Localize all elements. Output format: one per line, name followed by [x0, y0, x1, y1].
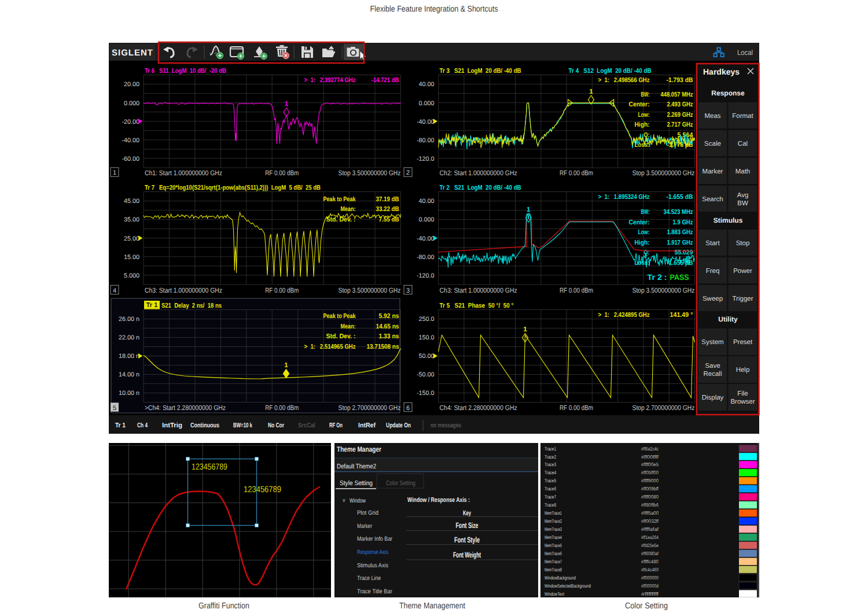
- svg-text:Trace4: Trace4: [545, 470, 556, 475]
- svg-text:Preset: Preset: [733, 339, 753, 346]
- svg-text:-150.0: -150.0: [417, 390, 435, 397]
- svg-text:Marker: Marker: [357, 523, 372, 530]
- svg-text:-50.00: -50.00: [417, 371, 435, 378]
- svg-text:Stop: Stop: [736, 240, 750, 247]
- svg-text:Format: Format: [732, 113, 753, 120]
- svg-text:Ch3: Start 1.000000000 GHz: Ch3: Start 1.000000000 GHz: [145, 286, 222, 294]
- svg-text:Trace6: Trace6: [545, 486, 556, 492]
- svg-text:#ffff0080: #ffff0080: [641, 494, 659, 500]
- svg-text:S21 Delay 2 ns/ 18 ns: S21 Delay 2 ns/ 18 ns: [161, 302, 222, 309]
- svg-text:Graffiti Function: Graffiti Function: [198, 601, 249, 611]
- svg-text:Stop 3.500000000 GHz: Stop 3.500000000 GHz: [632, 169, 695, 177]
- svg-text:1: 1: [285, 101, 289, 108]
- svg-text:Peak to Peak: Peak to Peak: [323, 196, 356, 203]
- svg-text:250.0: 250.0: [419, 316, 435, 323]
- svg-text:50.00: 50.00: [419, 353, 435, 360]
- svg-text:Stimulus Axis: Stimulus Axis: [357, 562, 388, 569]
- svg-text:Marker: Marker: [703, 168, 723, 175]
- svg-text:Power: Power: [733, 268, 752, 275]
- svg-text:MemTrace3: MemTrace3: [545, 526, 562, 532]
- svg-text:#ff000000: #ff000000: [641, 575, 659, 581]
- svg-text:MemTrace6: MemTrace6: [545, 551, 562, 556]
- svg-text:-1.655 dB: -1.655 dB: [667, 194, 693, 201]
- svg-text:Hardkeys: Hardkeys: [703, 67, 740, 76]
- svg-text:7.55 dB: 7.55 dB: [379, 216, 399, 223]
- svg-text:Tr 7 Eq=20*log10(S21/sqrt(1-: Tr 7 Eq=20*log10(S21/sqrt(1-pow(abs(S11)…: [145, 184, 321, 191]
- svg-text:14.00 n: 14.00 n: [119, 371, 139, 378]
- svg-text:SIGLENT: SIGLENT: [112, 48, 153, 58]
- svg-text:BW: BW: [737, 200, 748, 207]
- svg-text:0.000: 0.000: [419, 100, 435, 107]
- svg-text:6: 6: [406, 405, 410, 412]
- svg-text:Plot Grid: Plot Grid: [357, 509, 378, 516]
- svg-text:Stop 3.500000000 GHz: Stop 3.500000000 GHz: [339, 286, 401, 294]
- svg-text:BW:: BW:: [641, 91, 650, 98]
- svg-text:3: 3: [406, 287, 410, 294]
- svg-text:> 1: 2.424895 GHz: > 1: 2.424895 GHz: [598, 312, 650, 319]
- svg-text:SrcCal: SrcCal: [298, 422, 315, 429]
- svg-text:Tr 2 :: Tr 2 :: [648, 273, 667, 282]
- svg-text:Mean:: Mean:: [341, 323, 356, 330]
- svg-text:#ff6a2c4c: #ff6a2c4c: [641, 446, 659, 452]
- svg-text:Low:: Low:: [638, 229, 650, 236]
- svg-text:Font Size: Font Size: [456, 521, 479, 530]
- svg-text:150.0: 150.0: [419, 334, 435, 341]
- svg-text:#ffff5a00: #ffff5a00: [641, 510, 659, 516]
- svg-text:Stop 2.700000000 GHz: Stop 2.700000000 GHz: [632, 404, 695, 412]
- svg-text:#ffd25e5e: #ffd25e5e: [641, 542, 659, 548]
- svg-text:Stop 3.500000000 GHz: Stop 3.500000000 GHz: [632, 286, 695, 294]
- svg-text:Continuous: Continuous: [190, 422, 219, 429]
- svg-text:Freq: Freq: [706, 268, 720, 275]
- svg-text:40.00: 40.00: [419, 198, 435, 205]
- svg-text:Theme Manager: Theme Manager: [337, 445, 381, 453]
- svg-text:1: 1: [113, 169, 116, 176]
- svg-text:MemTrace2: MemTrace2: [545, 518, 562, 524]
- svg-text:Tr 6 S11 LogM 10 dB/ -20: Tr 6 S11 LogM 10 dB/ -20 dB: [145, 68, 226, 75]
- svg-text:1: 1: [284, 362, 288, 369]
- svg-text:#ff80ffb6: #ff80ffb6: [641, 502, 659, 508]
- svg-text:IntRef: IntRef: [358, 422, 376, 429]
- svg-text:Default Theme2: Default Theme2: [337, 463, 376, 470]
- svg-text:Color Setting: Color Setting: [625, 601, 668, 611]
- svg-text:RF 0.00 dBm: RF 0.00 dBm: [265, 169, 299, 177]
- svg-text:> 1: 1.895324 GHz: > 1: 1.895324 GHz: [598, 194, 650, 201]
- svg-text:34.523 MHz: 34.523 MHz: [664, 209, 693, 216]
- svg-text:#ff00ffff: #ff00ffff: [641, 454, 659, 460]
- svg-text:> 1: 2.392774 GHz: > 1: 2.392774 GHz: [304, 77, 356, 84]
- svg-text:22.00 n: 22.00 n: [119, 334, 139, 341]
- svg-text:#ff6080af: #ff6080af: [641, 551, 659, 556]
- svg-text:Ch4: Start 2.280000000 GHz: Ch4: Start 2.280000000 GHz: [440, 404, 517, 412]
- svg-text:Key: Key: [463, 509, 471, 517]
- svg-text:37.19 dB: 37.19 dB: [376, 196, 399, 203]
- svg-text:20.00: 20.00: [124, 81, 139, 88]
- svg-text:-80.00: -80.00: [417, 254, 435, 261]
- svg-text:141.49 °: 141.49 °: [670, 312, 693, 319]
- svg-text:Local: Local: [737, 49, 753, 57]
- svg-text:High:: High:: [635, 239, 650, 246]
- svg-text:Start: Start: [705, 240, 720, 247]
- svg-text:Trace8: Trace8: [545, 502, 556, 508]
- svg-text:MemTrace7: MemTrace7: [545, 559, 562, 564]
- svg-text:Window / Response Axis :: Window / Response Axis :: [407, 497, 470, 504]
- svg-text:35.00: 35.00: [124, 216, 139, 223]
- svg-text:Cal: Cal: [738, 141, 748, 147]
- svg-text:Font Style: Font Style: [454, 536, 480, 544]
- svg-text:Trace Line: Trace Line: [357, 575, 381, 582]
- svg-text:2: 2: [406, 169, 410, 176]
- svg-text:Flexible Feature Integration &: Flexible Feature Integration & Shortcuts: [370, 5, 498, 14]
- svg-text:MemTrace8: MemTrace8: [545, 567, 562, 573]
- svg-text:Trace5: Trace5: [545, 478, 556, 483]
- svg-text:4: 4: [113, 287, 116, 294]
- svg-text:RF On: RF On: [329, 422, 343, 429]
- svg-text:Response Axis: Response Axis: [357, 549, 388, 556]
- svg-text:1.33 ns: 1.33 ns: [379, 333, 399, 340]
- svg-text:#ffffffff: #ffffffff: [641, 591, 659, 597]
- svg-text:Ch 4: Ch 4: [137, 422, 148, 429]
- svg-text:Ch1: Start 1.000000000 GHz: Ch1: Start 1.000000000 GHz: [145, 169, 222, 177]
- svg-text:> 1: 2.498566 GHz: > 1: 2.498566 GHz: [598, 77, 650, 84]
- svg-text:14.65 ns: 14.65 ns: [376, 323, 399, 330]
- svg-text:1: 1: [589, 88, 593, 95]
- svg-text:Trigger: Trigger: [733, 296, 753, 302]
- svg-text:0.000: 0.000: [419, 216, 435, 223]
- svg-text:PASS: PASS: [670, 273, 689, 282]
